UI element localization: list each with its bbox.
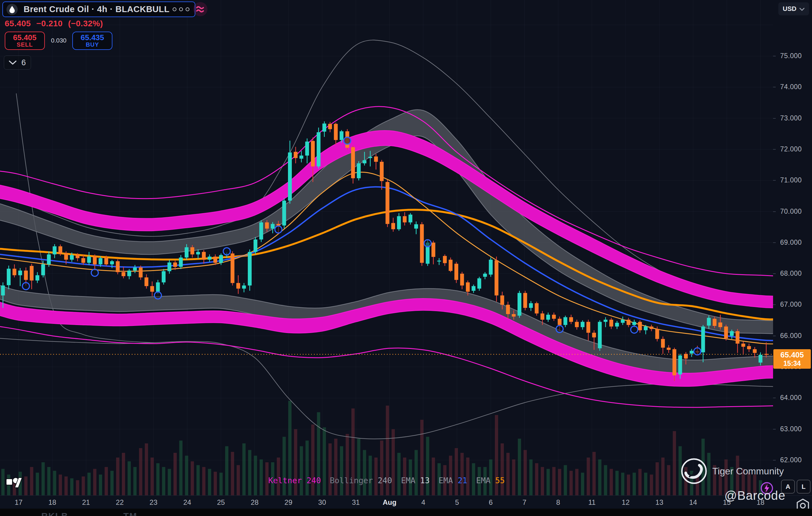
- candle: [190, 247, 194, 254]
- sell-label: SELL: [17, 41, 33, 48]
- time-axis-label: 5: [455, 498, 459, 507]
- candle: [196, 252, 200, 254]
- streak-waves-icon[interactable]: [193, 2, 207, 16]
- time-axis-label: 22: [116, 498, 124, 507]
- last-price-tag: 65.405 15:34: [773, 349, 811, 369]
- legend-item[interactable]: Bollinger240: [330, 476, 392, 485]
- candle: [742, 344, 745, 347]
- indicator-legend[interactable]: Keltner240Bollinger240EMA13EMA21EMA55: [0, 476, 773, 485]
- candle: [317, 132, 320, 167]
- candle: [678, 355, 682, 374]
- buy-button[interactable]: 65.435 BUY: [72, 32, 112, 50]
- trading-chart-app: 75.00074.00073.00072.00071.00070.00069.0…: [0, 0, 812, 516]
- candle: [110, 261, 114, 264]
- legend-indicator-name: EMA: [476, 476, 490, 485]
- ticker-symbol[interactable]: RKLB: [41, 511, 68, 516]
- candle: [420, 224, 424, 263]
- currency-label: USD: [783, 5, 796, 13]
- candle: [397, 216, 401, 229]
- candle: [156, 283, 160, 292]
- price-chart-canvas[interactable]: [0, 0, 812, 516]
- time-axis-label: 4: [422, 498, 425, 507]
- candle: [18, 271, 22, 276]
- tiger-community-watermark: Tiger Community: [680, 458, 784, 485]
- currency-selector[interactable]: USD: [778, 2, 809, 16]
- candle: [627, 320, 631, 325]
- oil-drop-icon: [6, 4, 18, 15]
- legend-indicator-value: 240: [307, 476, 321, 485]
- candle: [265, 222, 269, 228]
- price-axis-tick: [773, 336, 776, 336]
- indicators-collapse-button[interactable]: 6: [4, 56, 31, 70]
- candle: [145, 278, 148, 286]
- sell-button[interactable]: 65.405 SELL: [5, 32, 45, 50]
- price-axis[interactable]: 75.00074.00073.00072.00071.00070.00069.0…: [773, 0, 812, 495]
- sell-price: 65.405: [13, 34, 36, 41]
- last-price-time: 15:34: [783, 360, 801, 367]
- price-axis-label: 66.000: [780, 332, 810, 340]
- candle: [248, 252, 252, 285]
- candle: [529, 303, 533, 308]
- candle: [655, 329, 659, 339]
- candle: [374, 156, 378, 162]
- candle: [76, 255, 79, 258]
- legend-item[interactable]: Keltner240: [268, 476, 321, 485]
- candle: [328, 124, 332, 129]
- candle: [24, 271, 28, 280]
- time-axis-label: 12: [622, 498, 630, 507]
- candle: [408, 214, 412, 222]
- candle: [41, 264, 45, 276]
- candle: [713, 319, 716, 326]
- candle: [437, 261, 441, 262]
- candle: [12, 269, 16, 275]
- candle: [604, 320, 608, 322]
- candle: [518, 293, 521, 316]
- time-axis-label: 14: [689, 498, 697, 507]
- log-scale-button[interactable]: L: [796, 480, 811, 493]
- candle: [380, 162, 384, 181]
- legend-item[interactable]: EMA21: [438, 476, 467, 485]
- candle: [254, 239, 257, 252]
- signal-dot: [424, 240, 431, 247]
- more-options-icon[interactable]: [173, 7, 190, 11]
- tiger-tail-logo-icon: [680, 458, 707, 485]
- buy-price: 65.435: [81, 34, 104, 41]
- time-axis[interactable]: 1718212223242528293031Aug456781112131415…: [0, 495, 812, 509]
- chevron-down-icon: [799, 8, 805, 11]
- legend-indicator-value: 55: [495, 476, 505, 485]
- price-axis-label: 68.000: [780, 269, 810, 278]
- plot-area[interactable]: [0, 0, 773, 495]
- legend-item[interactable]: EMA13: [401, 476, 430, 485]
- price-axis-label: 75.000: [780, 52, 810, 60]
- candle: [735, 331, 740, 344]
- signal-dot: [631, 326, 638, 333]
- candle: [35, 275, 39, 281]
- candle: [672, 349, 676, 375]
- signal-dot: [22, 283, 30, 290]
- price-axis-tick: [773, 304, 776, 305]
- price-axis-label: 63.000: [780, 425, 810, 433]
- candle: [105, 258, 108, 264]
- candle: [724, 326, 728, 338]
- candle: [592, 333, 596, 337]
- candle: [231, 254, 235, 283]
- candle: [431, 242, 435, 257]
- symbol-info-button[interactable]: Brent Crude Oil · 4h · BLACKBULL: [2, 1, 195, 17]
- signal-dot: [91, 269, 98, 276]
- price-axis-label: 64.000: [780, 394, 810, 402]
- price-axis-label: 70.000: [780, 207, 810, 216]
- candle: [305, 142, 309, 155]
- ticker-symbol[interactable]: TM: [123, 511, 137, 516]
- signal-dot: [344, 137, 351, 144]
- candle: [494, 260, 498, 295]
- tradingview-logo-icon[interactable]: [6, 477, 22, 489]
- last-price: 65.405: [5, 19, 31, 28]
- legend-item[interactable]: EMA55: [476, 476, 504, 485]
- ticker-tape[interactable]: RKLB TM: [0, 509, 812, 516]
- price-axis-tick: [773, 149, 776, 150]
- price-axis-tick: [773, 398, 776, 398]
- candle: [569, 317, 573, 322]
- price-axis-label: 69.000: [780, 238, 810, 247]
- price-axis-label: 71.000: [780, 176, 810, 184]
- time-axis-label: 18: [49, 498, 56, 507]
